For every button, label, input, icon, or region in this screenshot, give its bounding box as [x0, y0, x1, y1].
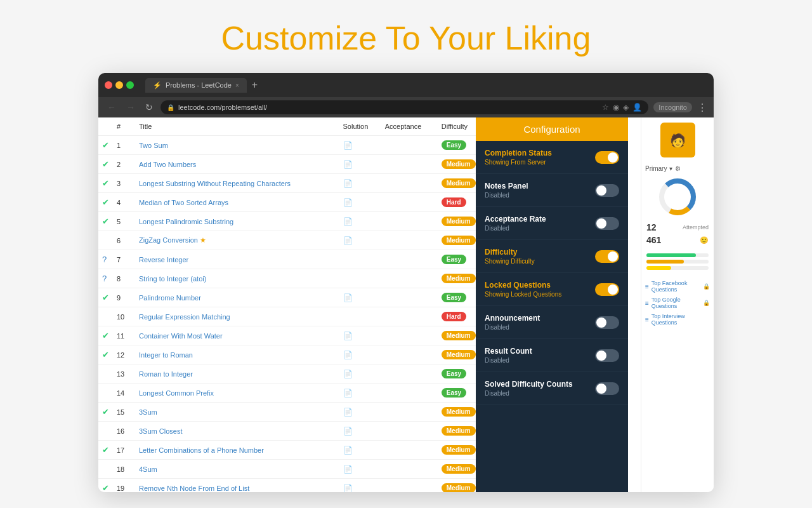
config-toggle-announcement[interactable]: [595, 316, 619, 329]
difficulty-badge: Medium: [442, 178, 476, 188]
problem-link[interactable]: Two Sum: [139, 142, 168, 149]
extension-icon1[interactable]: ◉: [613, 103, 619, 112]
problem-link[interactable]: Reverse Integer: [139, 256, 188, 264]
table-row: ✔ 9 Palindrome Number 📄 Easy: [98, 288, 491, 307]
problem-link[interactable]: 3Sum Closest: [139, 427, 182, 435]
table-row: ? 7 Reverse Integer Easy: [98, 250, 491, 269]
config-item-subtitle-announcement: Disabled: [485, 324, 595, 331]
refresh-button[interactable]: ↻: [143, 101, 155, 114]
table-row: ✔ 17 Letter Combinations of a Phone Numb…: [98, 441, 491, 460]
td-solution: 📄: [339, 403, 381, 422]
td-num: 11: [113, 326, 135, 345]
problem-link[interactable]: 4Sum: [139, 465, 157, 473]
td-acceptance: [381, 460, 438, 479]
tab-close-button[interactable]: ×: [235, 82, 239, 89]
interview-questions-link[interactable]: ≡ Top Interview Questions: [644, 311, 711, 328]
config-toggle-completion-status[interactable]: [595, 151, 619, 164]
doc-icon: 📄: [343, 465, 353, 474]
problem-link[interactable]: Longest Common Prefix: [139, 389, 214, 397]
problem-link[interactable]: Container With Most Water: [139, 332, 223, 340]
config-item-announcement: Announcement Disabled: [476, 306, 628, 339]
problem-link[interactable]: ZigZag Conversion: [139, 236, 198, 244]
td-title: 3Sum: [135, 403, 339, 422]
profile-icon[interactable]: 👤: [632, 103, 642, 112]
avatar-area: 🧑: [641, 117, 714, 163]
chrome-menu-button[interactable]: ⋮: [697, 102, 707, 114]
td-acceptance: [381, 403, 438, 422]
td-solution: 📄: [339, 345, 381, 364]
problem-link[interactable]: Roman to Integer: [139, 370, 193, 378]
td-acceptance: [381, 479, 438, 493]
filter-settings-icon[interactable]: ⚙: [675, 165, 681, 172]
td-title: Reverse Integer: [135, 250, 339, 269]
td-status: [98, 422, 113, 441]
new-tab-button[interactable]: +: [249, 79, 260, 91]
td-acceptance: [381, 231, 438, 250]
config-header: Configuration: [476, 117, 628, 141]
table-row: ✔ 3 Longest Substring Without Repeating …: [98, 174, 491, 193]
pie-chart-wrapper: [641, 175, 714, 219]
config-item-info-solved-difficulty-counts: Solved Difficulty Counts Disabled: [485, 380, 595, 397]
toggle-knob-solved-difficulty-counts: [596, 384, 606, 394]
config-toggle-notes-panel[interactable]: [595, 184, 619, 197]
table-row: 6 ZigZag Conversion ★ 📄 Medium: [98, 231, 491, 250]
config-toggle-solved-difficulty-counts[interactable]: [595, 382, 619, 395]
toggle-knob-notes-panel: [596, 185, 606, 196]
td-solution: [339, 307, 381, 326]
config-toggle-difficulty[interactable]: [595, 250, 619, 263]
difficulty-badge: Medium: [442, 426, 476, 436]
td-title: ZigZag Conversion ★: [135, 231, 339, 250]
col-num: #: [113, 117, 135, 136]
difficulty-badge: Medium: [442, 274, 476, 283]
td-acceptance: [381, 441, 438, 460]
td-solution: [339, 250, 381, 269]
problem-link[interactable]: Median of Two Sorted Arrays: [139, 199, 228, 206]
doc-icon: 📄: [343, 179, 353, 188]
problem-link[interactable]: Palindrome Number: [139, 294, 201, 302]
td-solution: 📄: [339, 288, 381, 307]
incognito-button[interactable]: Incognito: [653, 102, 692, 112]
maximize-dot[interactable]: [126, 81, 134, 89]
problem-link[interactable]: Letter Combinations of a Phone Number: [139, 446, 264, 454]
td-title: Remove Nth Node From End of List: [135, 479, 339, 493]
toggle-knob-difficulty: [608, 251, 618, 262]
facebook-questions-link[interactable]: ≡ Top Facebook Questions 🔒: [644, 278, 711, 295]
td-num: 2: [113, 155, 135, 174]
star-bookmark-icon[interactable]: ☆: [602, 103, 609, 112]
td-title: Integer to Roman: [135, 345, 339, 364]
active-tab[interactable]: ⚡ Problems - LeetCode ×: [145, 78, 247, 93]
back-button[interactable]: ←: [105, 101, 119, 114]
problem-link[interactable]: String to Integer (atoi): [139, 275, 206, 283]
problem-link[interactable]: Longest Substring Without Repeating Char…: [139, 180, 291, 187]
problem-link[interactable]: Add Two Numbers: [139, 161, 196, 168]
config-panel: Configuration Completion Status Showing …: [476, 117, 628, 492]
difficulty-badge: Easy: [442, 388, 466, 398]
td-status: [98, 231, 113, 250]
difficulty-badge: Medium: [442, 159, 476, 169]
td-acceptance: [381, 364, 438, 384]
config-toggle-result-count[interactable]: [595, 349, 619, 362]
problem-link[interactable]: Remove Nth Node From End of List: [139, 485, 249, 492]
forward-button[interactable]: →: [124, 101, 138, 114]
config-toggle-acceptance-rate[interactable]: [595, 217, 619, 230]
table-row: ✔ 12 Integer to Roman 📄 Medium: [98, 345, 491, 364]
minimize-dot[interactable]: [115, 81, 123, 89]
filter-dropdown-icon[interactable]: ▾: [669, 165, 672, 172]
problem-link[interactable]: Integer to Roman: [139, 351, 193, 359]
config-item-info-notes-panel: Notes Panel Disabled: [485, 182, 595, 199]
config-toggle-locked-questions[interactable]: [595, 283, 619, 296]
close-dot[interactable]: [105, 81, 112, 89]
extension-icon2[interactable]: ◈: [623, 103, 629, 112]
traffic-lights: [105, 81, 134, 89]
problem-link[interactable]: 3Sum: [139, 408, 157, 416]
problem-link[interactable]: Longest Palindromic Substring: [139, 218, 233, 225]
config-item-title-announcement: Announcement: [485, 314, 595, 323]
avatar: 🧑: [660, 123, 695, 157]
address-bar[interactable]: 🔒 leetcode.com/problemset/all/ ☆ ◉ ◈ 👤: [160, 100, 648, 114]
url-text: leetcode.com/problemset/all/: [178, 104, 267, 111]
difficulty-badge: Medium: [442, 217, 476, 226]
problem-link[interactable]: Regular Expression Matching: [139, 313, 230, 321]
table-row: 14 Longest Common Prefix 📄 Easy: [98, 384, 491, 403]
address-bar-row: ← → ↻ 🔒 leetcode.com/problemset/all/ ☆ ◉…: [98, 97, 714, 117]
google-questions-link[interactable]: ≡ Top Google Questions 🔒: [644, 295, 711, 311]
